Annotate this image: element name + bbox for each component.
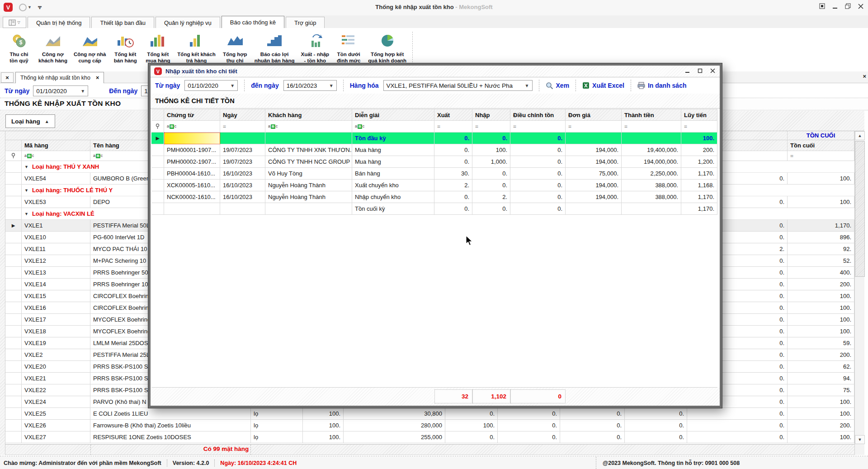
cell-name[interactable]: RESPISURE 1ONE Zoetis 10DOSES [90,431,251,443]
grid-cell-dongia[interactable] [566,133,622,144]
grid-column-header-6[interactable]: Điều chỉnh tồn [510,109,566,121]
cell-dvt[interactable]: lọ [251,408,303,420]
grid-column-header-2[interactable]: Khách hàng [265,109,352,121]
cell-name[interactable]: E COLI Zoetis 1LIEU [90,408,251,420]
grid-cell-adj[interactable]: 0. [510,168,566,180]
grid-cell-nhap[interactable]: 0. [472,133,510,144]
cell-c8[interactable]: 0. [560,408,625,420]
grid-cell-luytien[interactable]: 200. [681,144,717,156]
tab-close-icon[interactable]: × [96,75,99,81]
grid-cell-kh[interactable] [265,133,352,144]
cell-code[interactable]: VXLE1 [22,220,90,232]
grid-filter-cell-7[interactable]: = [566,121,622,133]
group-by-button[interactable]: Loại hàng ▲ [5,114,55,128]
grid-column-header-9[interactable]: Lũy tiến [681,109,717,121]
toolbar-button-coins[interactable]: €$Thu chitồn quỹ [3,31,35,65]
grid-cell-ct[interactable] [164,133,220,144]
grid-cell-dongia[interactable] [566,203,622,215]
table-row[interactable]: VXLE26Farrowsure-B (Khô thai) Zoetis 10l… [5,420,854,431]
menu-tab-2[interactable]: Quản lý nghiệp vụ [156,17,220,28]
grid-cell-kh[interactable]: CÔNG TY TNHH NCC GROUP [265,156,352,168]
grid-cell-dg[interactable]: Nhập chuyển kho [352,191,434,203]
grid-cell-thanhtien[interactable]: 388,000. [622,180,681,191]
menu-tab-3[interactable]: Báo cáo thống kê [222,16,284,28]
menu-tab-0[interactable]: Quản trị hệ thống [28,17,90,28]
grid-cell-ngay[interactable]: 19/07/2023 [220,144,265,156]
grid-cell-luytien[interactable]: 1,170. [681,168,717,180]
grid-cell-xuat[interactable]: 0. [434,191,472,203]
product-select[interactable]: VXLE1, PESTIFFA Merial 50LIỀU + Nước Pha… [383,80,533,91]
grid-filter-cell-0[interactable]: aBc [164,121,220,133]
grid-cell-dg[interactable]: Xuất chuyển kho [352,180,434,191]
toolbar-button-area-gray[interactable]: Công nợkhách hàng [35,31,71,65]
cell-final[interactable]: 100. [788,396,854,408]
vertical-scrollbar[interactable]: ▲ ▼ [854,131,864,455]
menu-pane-button[interactable]: ▽ [3,17,26,28]
view-button[interactable]: Xem [546,82,570,90]
toolbar-button-steps[interactable]: Báo cáo lợinhuận bán hàng [251,31,298,65]
export-excel-button[interactable]: Xuất Excel [582,82,624,89]
grid-cell-luytien[interactable]: 1,168. [681,180,717,191]
grid-filter-cell-6[interactable]: = [510,121,566,133]
cell-c4[interactable]: 100. [303,431,344,443]
cell-final[interactable]: 100. [788,196,854,208]
grid-cell-kh[interactable] [265,203,352,215]
grid-column-header-0[interactable]: Chứng từ [164,109,220,121]
cell-adj[interactable]: 0. [687,408,788,420]
collapse-icon[interactable]: ▼ [24,212,28,216]
dialog-to-date-input[interactable]: 16/10/2023▼ [283,80,337,91]
cell-final[interactable]: 100. [788,408,854,420]
grid-column-header-3[interactable]: Diễn giải [352,109,434,121]
grid-cell-thanhtien[interactable]: 194,000,000. [622,156,681,168]
grid-column-header-1[interactable]: Ngày [220,109,265,121]
grid-cell-kh[interactable]: Nguyễn Hoàng Thành [265,191,352,203]
grid-cell-nhap[interactable]: 2. [472,191,510,203]
grid-cell-ct[interactable]: PMH00002-1907... [164,156,220,168]
grid-cell-thanhtien[interactable]: 19,400,000. [622,144,681,156]
grid-cell-dg[interactable]: Tồn cuối kỳ [352,203,434,215]
cell-final[interactable]: 200. [788,420,854,431]
grid-cell-xuat[interactable]: 0. [434,203,472,215]
grid-cell-thanhtien[interactable]: 2,250,000. [622,168,681,180]
grid-cell-adj[interactable]: 0. [510,144,566,156]
dialog-from-date-input[interactable]: 01/10/2020▼ [184,80,238,91]
cell-code[interactable]: VXLE13 [22,267,90,279]
from-date-input[interactable]: 01/10/2020▼ [33,85,88,96]
cell-code[interactable]: VXLE10 [22,232,90,243]
grid-filter-cell-4[interactable]: = [434,121,472,133]
grid-cell-luytien[interactable]: 1,170. [681,203,717,215]
grid-cell-luytien[interactable]: 1,170. [681,191,717,203]
cell-c9[interactable]: 0. [625,408,687,420]
grid-cell-nhap[interactable]: 0. [472,168,510,180]
grid-cell-nhap[interactable]: 0. [472,203,510,215]
cell-final[interactable]: 100. [788,326,854,337]
cell-c8[interactable]: 0. [560,420,625,431]
grid-cell-thanhtien[interactable] [622,203,681,215]
grid-cell-dongia[interactable]: 194,000. [566,144,622,156]
grid-cell-dg[interactable]: Mua hàng [352,156,434,168]
print-list-button[interactable]: In danh sách [637,82,687,89]
grid-cell-adj[interactable]: 0. [510,180,566,191]
cell-code[interactable]: VXLE20 [22,361,90,373]
filter-cell-ton-cuoi[interactable]: = [788,151,854,161]
grid-cell-ct[interactable]: XCK00005-1610... [164,180,220,191]
grid-filter-cell-5[interactable]: = [472,121,510,133]
grid-filter-pin[interactable] [151,121,164,133]
cell-adj[interactable]: 0. [687,431,788,443]
grid-row[interactable]: ▶Tồn đầu kỳ0.0.0.100. [151,133,717,144]
cell-c6[interactable]: 0. [445,408,498,420]
grid-cell-adj[interactable]: 0. [510,156,566,168]
grid-cell-xuat[interactable]: 2. [434,180,472,191]
grid-column-header-4[interactable]: Xuất [434,109,472,121]
cell-c6[interactable]: 100. [445,420,498,431]
cell-c4[interactable]: 100. [303,420,344,431]
cell-final[interactable]: 94. [788,373,854,384]
toolbar-button-list[interactable]: Tồn dướiđịnh mức [332,31,365,65]
minimize-button[interactable] [832,4,838,9]
grid-cell-nhap[interactable]: 100. [472,144,510,156]
cell-final[interactable]: 52. [788,255,854,267]
grid-cell-adj[interactable]: 0. [510,133,566,144]
cell-final[interactable]: 75. [788,384,854,396]
dialog-minimize-button[interactable] [685,68,690,75]
cell-code[interactable]: VXLE11 [22,243,90,255]
